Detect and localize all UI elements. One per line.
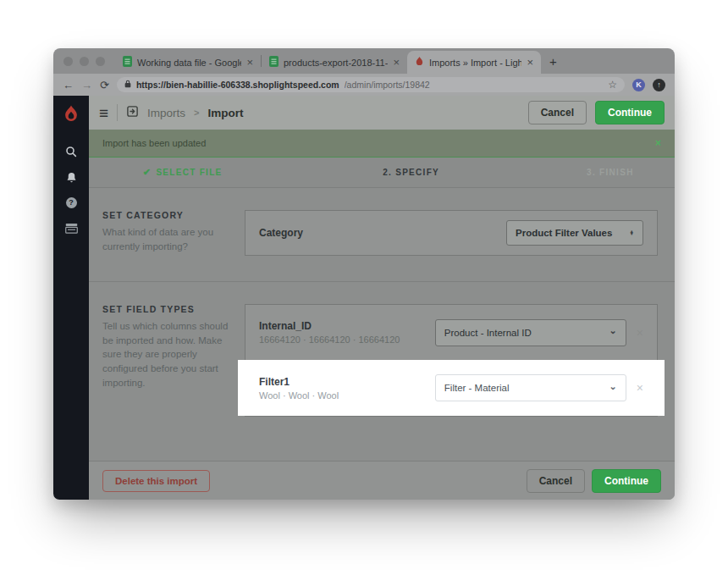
search-icon[interactable] <box>53 140 89 163</box>
section-info: SET FIELD TYPES Tell us which columns sh… <box>102 304 245 417</box>
step-label: SELECT FILE <box>156 168 222 177</box>
refresh-icon[interactable]: ⟳ <box>100 80 109 91</box>
field-types-panel: Internal_ID 16664120 · 16664120 · 166641… <box>245 304 658 417</box>
header-continue-button[interactable]: Continue <box>595 101 665 124</box>
url-domain: https://bien-habillie-606338.shoplightsp… <box>136 80 339 90</box>
step-label: 3. FINISH <box>587 168 634 177</box>
field-column-name: Internal_ID <box>259 320 425 332</box>
field-mapping-select[interactable]: Filter - Material ⌄ <box>435 374 626 401</box>
breadcrumb-page-title: Import <box>208 107 244 119</box>
tab-imports-active[interactable]: Imports » Import - Lightspeed × <box>407 51 541 74</box>
field-mapping-value: Filter - Material <box>444 383 510 393</box>
app-main: ≡ Imports > Import Cancel Continue Impor… <box>89 96 675 500</box>
field-sample-values: 16664120 · 16664120 · 16664120 <box>259 334 425 345</box>
notification-close-icon[interactable]: × <box>655 137 661 149</box>
wizard-steps: ✔SELECT FILE 2. SPECIFY 3. FINISH <box>89 158 675 188</box>
notification-message: Import has been updated <box>102 138 206 148</box>
app-sidebar: ? <box>53 96 89 500</box>
step-finish: 3. FINISH <box>546 168 675 177</box>
set-field-types-section: SET FIELD TYPES Tell us which columns sh… <box>89 281 675 442</box>
section-description: Tell us which columns should be imported… <box>102 319 234 390</box>
lightspeed-logo-flame-icon <box>62 104 80 126</box>
browser-toolbar: ← → ⟳ https://bien-habillie-606338.shopl… <box>53 74 675 96</box>
section-info: SET CATEGORY What kind of data are you c… <box>102 210 245 256</box>
step-label: 2. SPECIFY <box>383 168 439 177</box>
category-select[interactable]: Product Filter Values ▲ ▼ <box>506 220 643 246</box>
field-column-name: Filter1 <box>259 376 425 388</box>
help-icon[interactable]: ? <box>53 191 89 214</box>
window-close-icon[interactable] <box>63 57 73 66</box>
footer-action-bar: Delete this import Cancel Continue <box>89 461 675 500</box>
check-icon: ✔ <box>143 167 152 177</box>
tab-title: Imports » Import - Lightspeed <box>429 58 521 68</box>
delete-import-button[interactable]: Delete this import <box>102 470 210 492</box>
chevron-down-icon: ⌄ <box>609 325 617 336</box>
notification-bar: Import has been updated × <box>89 130 675 158</box>
flame-icon <box>415 56 424 69</box>
section-description: What kind of data are you currently impo… <box>102 225 234 253</box>
lock-icon <box>124 80 131 90</box>
category-panel: Category Product Filter Values ▲ ▼ <box>245 210 658 256</box>
remove-field-icon[interactable]: × <box>637 381 643 395</box>
extension-icon[interactable]: ↑ <box>653 79 665 91</box>
import-icon <box>126 105 139 121</box>
breadcrumb-separator: > <box>194 108 199 118</box>
tab-working-data-file[interactable]: Working data file - Google She × <box>115 51 261 74</box>
close-icon[interactable]: × <box>527 56 533 69</box>
tab-title: Working data file - Google She <box>137 58 241 68</box>
header-cancel-button[interactable]: Cancel <box>528 101 587 124</box>
question-glyph: ? <box>66 197 77 208</box>
forward-icon[interactable]: → <box>81 80 92 91</box>
field-info: Internal_ID 16664120 · 16664120 · 166641… <box>259 320 425 345</box>
url-bar[interactable]: https://bien-habillie-606338.shoplightsp… <box>117 77 625 92</box>
field-row-filter1-highlighted: Filter1 Wool · Wool · Wool Filter - Mate… <box>238 360 665 416</box>
notifications-bell-icon[interactable] <box>53 165 89 189</box>
field-mapping-value: Product - Internal ID <box>444 328 532 338</box>
field-sample-values: Wool · Wool · Wool <box>259 390 425 401</box>
section-heading: SET CATEGORY <box>102 210 234 220</box>
sheets-icon <box>123 56 132 69</box>
footer-continue-button[interactable]: Continue <box>592 469 661 493</box>
window-zoom-icon[interactable] <box>96 57 105 66</box>
window-minimize-icon[interactable] <box>80 57 89 66</box>
browser-window: Working data file - Google She × product… <box>53 48 675 500</box>
category-field-label: Category <box>259 227 303 239</box>
breadcrumb-section[interactable]: Imports <box>147 107 185 119</box>
tab-strip: Working data file - Google She × product… <box>53 48 675 74</box>
tab-products-export[interactable]: products-export-2018-11-14-1 × <box>262 51 407 74</box>
back-icon[interactable]: ← <box>63 80 74 91</box>
category-select-value: Product Filter Values <box>516 228 612 238</box>
hamburger-menu-icon[interactable]: ≡ <box>99 105 108 121</box>
caret-down-icon: ▼ <box>630 233 634 235</box>
close-icon[interactable]: × <box>246 56 253 69</box>
step-select-file[interactable]: ✔SELECT FILE <box>89 167 276 178</box>
page-content: SET CATEGORY What kind of data are you c… <box>89 188 675 461</box>
footer-cancel-button[interactable]: Cancel <box>527 469 585 493</box>
section-heading: SET FIELD TYPES <box>102 304 234 314</box>
app-header: ≡ Imports > Import Cancel Continue <box>89 96 675 130</box>
step-specify: 2. SPECIFY <box>276 168 545 177</box>
traffic-lights <box>58 48 115 74</box>
register-list-icon[interactable] <box>53 216 89 240</box>
chevron-down-icon: ⌄ <box>609 381 617 392</box>
remove-field-icon[interactable]: × <box>637 326 643 340</box>
select-stepper-icon: ▲ ▼ <box>630 230 634 235</box>
profile-avatar[interactable]: K <box>632 79 645 91</box>
sheets-icon <box>269 56 279 69</box>
field-mapping-select[interactable]: Product - Internal ID ⌄ <box>435 319 626 346</box>
new-tab-button[interactable]: + <box>541 54 565 69</box>
header-divider <box>117 104 118 121</box>
lightspeed-app: ? ≡ Imports > Import Cancel Continue <box>53 96 675 500</box>
url-path: /admin/imports/19842 <box>345 80 604 90</box>
field-info: Filter1 Wool · Wool · Wool <box>259 376 425 401</box>
set-category-section: SET CATEGORY What kind of data are you c… <box>89 188 675 281</box>
bookmark-star-icon[interactable]: ☆ <box>608 79 617 91</box>
close-icon[interactable]: × <box>393 56 400 69</box>
tab-title: products-export-2018-11-14-1 <box>284 58 388 68</box>
field-row-internal-id: Internal_ID 16664120 · 16664120 · 166641… <box>245 305 657 360</box>
